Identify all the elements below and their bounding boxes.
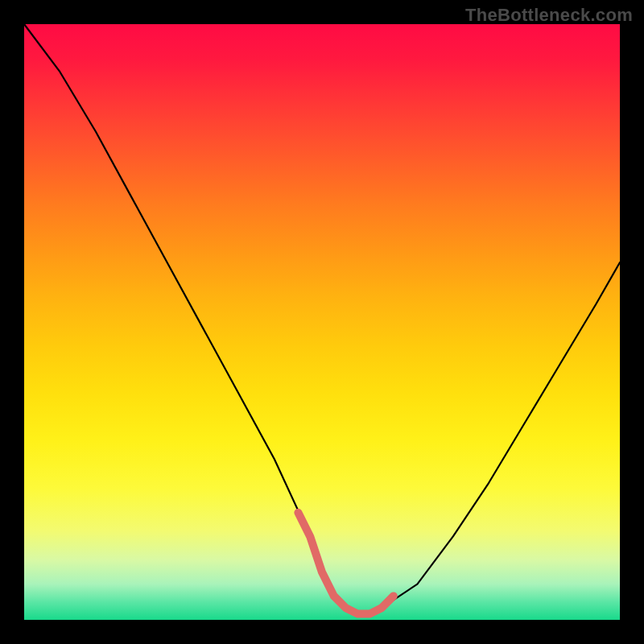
plot-area xyxy=(24,24,620,620)
watermark-text: TheBottleneck.com xyxy=(465,5,633,26)
highlight-bottom-path xyxy=(298,513,393,614)
chart-frame: TheBottleneck.com xyxy=(0,0,644,644)
bottleneck-curve-path xyxy=(24,24,620,614)
curve-overlay xyxy=(24,24,620,620)
